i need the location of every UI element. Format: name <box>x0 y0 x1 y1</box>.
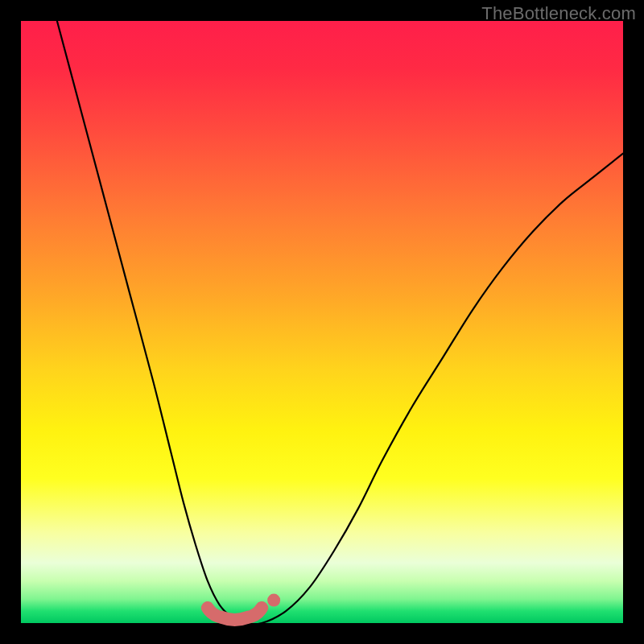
chart-frame: TheBottleneck.com <box>0 0 644 644</box>
chart-svg <box>21 21 623 623</box>
chart-plot-area <box>21 21 623 623</box>
bottleneck-curve <box>57 21 623 624</box>
isolated-marker-dot <box>267 594 280 607</box>
watermark-text: TheBottleneck.com <box>481 3 636 24</box>
optimal-range-marker <box>208 608 262 620</box>
